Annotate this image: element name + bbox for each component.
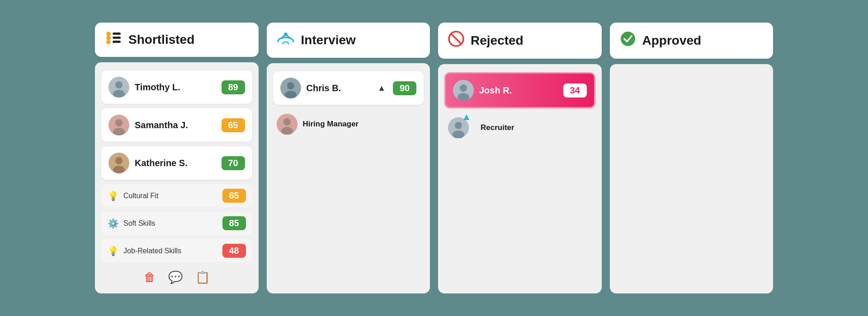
approved-icon xyxy=(620,31,636,51)
candidate-timothy[interactable]: Timothy L. 89 xyxy=(101,70,252,104)
rejected-icon xyxy=(448,31,464,51)
recruiter-label: Recruiter xyxy=(481,123,514,132)
svg-point-17 xyxy=(287,82,294,89)
skill-soft-skills: ⚙️ Soft Skills 85 xyxy=(101,212,252,235)
candidate-samantha[interactable]: Samantha J. 65 xyxy=(101,108,252,142)
name-josh: Josh R. xyxy=(479,85,558,96)
doc-button[interactable]: 📋 xyxy=(195,270,210,284)
approved-title: Approved xyxy=(642,33,702,48)
approved-body xyxy=(610,64,774,293)
score-katherine: 70 xyxy=(222,156,245,170)
cultural-fit-score: 65 xyxy=(222,189,246,203)
score-josh: 34 xyxy=(563,84,587,98)
score-samantha: 65 xyxy=(222,118,245,132)
shortlisted-title: Shortlisted xyxy=(128,33,194,47)
action-row: 🗑 💬 📋 xyxy=(101,267,252,285)
skill-job-related: 💡 Job-Related Skills 48 xyxy=(101,239,252,262)
interview-icon xyxy=(277,31,295,50)
interview-header: Interview xyxy=(267,23,430,58)
hiring-manager-row: Hiring Manager xyxy=(273,109,424,139)
svg-rect-3 xyxy=(113,33,121,35)
svg-point-0 xyxy=(106,32,111,36)
hiring-manager-label: Hiring Manager xyxy=(303,120,359,129)
rejected-title: Rejected xyxy=(471,33,524,48)
job-related-icon: 💡 xyxy=(108,246,119,256)
svg-point-13 xyxy=(115,157,123,164)
column-interview: Interview Chris B. ▲ 90 xyxy=(267,23,430,293)
avatar-samantha xyxy=(108,115,129,135)
avatar-hiring-manager xyxy=(277,114,297,135)
soft-skills-label: Soft Skills xyxy=(123,219,218,228)
svg-point-25 xyxy=(460,84,467,92)
avatar-timothy xyxy=(108,77,129,98)
column-shortlisted: Shortlisted Timothy L. 89 xyxy=(95,23,259,293)
approved-header: Approved xyxy=(610,23,774,59)
chat-button[interactable]: 💬 xyxy=(168,270,183,284)
avatar-josh xyxy=(453,80,474,101)
svg-point-30 xyxy=(621,32,635,46)
skill-cultural-fit: 💡 Cultural Fit 65 xyxy=(101,184,252,207)
shortlist-icon xyxy=(105,31,122,49)
svg-point-7 xyxy=(115,81,123,88)
rejected-body: Josh R. 34 ▲ Recruiter xyxy=(438,64,602,293)
name-chris: Chris B. xyxy=(307,83,373,93)
column-approved: Approved xyxy=(610,23,774,293)
svg-point-1 xyxy=(106,36,111,40)
svg-point-20 xyxy=(283,118,291,125)
job-related-score: 48 xyxy=(222,244,246,258)
interview-body: Chris B. ▲ 90 Hiring Manager xyxy=(267,63,430,293)
recruiter-row: ▲ Recruiter xyxy=(444,113,595,143)
svg-rect-4 xyxy=(113,37,121,39)
candidate-josh[interactable]: Josh R. 34 xyxy=(444,72,595,108)
score-chris: 90 xyxy=(393,81,416,95)
job-related-label: Job-Related Skills xyxy=(123,247,218,255)
cultural-fit-icon: 💡 xyxy=(108,191,119,201)
svg-point-2 xyxy=(106,40,111,44)
kanban-board: Shortlisted Timothy L. 89 xyxy=(95,23,773,293)
name-katherine: Katherine S. xyxy=(135,158,216,168)
svg-line-23 xyxy=(452,35,460,43)
soft-skills-score: 85 xyxy=(222,216,246,230)
cursor-recruiter: ▲ xyxy=(462,111,472,123)
cursor-chris: ▲ xyxy=(377,84,386,93)
interview-title: Interview xyxy=(301,33,356,47)
name-samantha: Samantha J. xyxy=(135,120,216,130)
rejected-header: Rejected xyxy=(438,23,602,59)
cultural-fit-label: Cultural Fit xyxy=(123,192,218,200)
avatar-katherine xyxy=(108,153,129,173)
shortlisted-header: Shortlisted xyxy=(95,23,259,57)
soft-skills-icon: ⚙️ xyxy=(108,218,119,229)
candidate-katherine[interactable]: Katherine S. 70 xyxy=(101,146,252,180)
candidate-chris[interactable]: Chris B. ▲ 90 xyxy=(273,71,424,105)
score-timothy: 89 xyxy=(222,80,245,94)
name-timothy: Timothy L. xyxy=(135,82,216,93)
avatar-chris xyxy=(280,78,301,98)
delete-button[interactable]: 🗑 xyxy=(144,270,156,284)
shortlisted-body: Timothy L. 89 Samantha J. 65 xyxy=(95,62,259,293)
svg-rect-5 xyxy=(113,41,121,43)
svg-point-15 xyxy=(284,33,288,36)
column-rejected: Rejected Josh R. 34 xyxy=(438,23,602,293)
svg-point-10 xyxy=(115,119,123,126)
svg-point-28 xyxy=(455,122,462,129)
